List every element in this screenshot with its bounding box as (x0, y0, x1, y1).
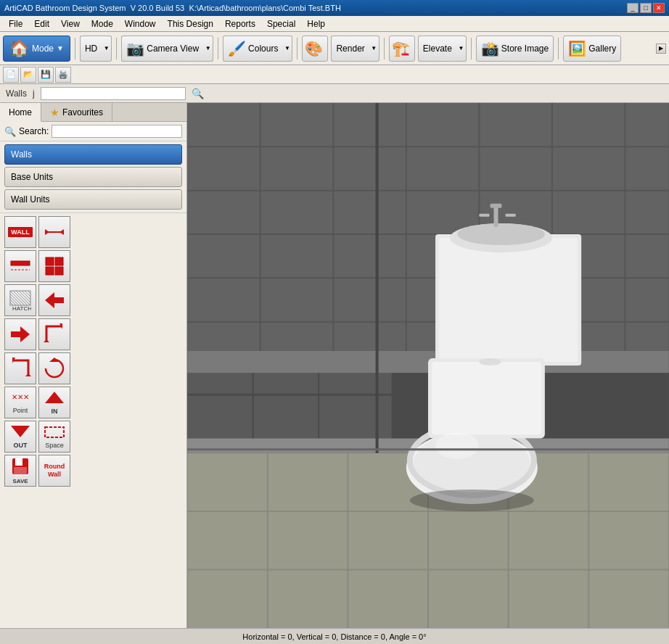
filter-search-icon: 🔍 (192, 88, 204, 99)
svg-rect-15 (11, 331, 20, 337)
menu-help[interactable]: Help (301, 16, 331, 31)
point-icon: ✕✕✕ (10, 391, 30, 405)
tb2-save[interactable]: 💾 (38, 67, 54, 83)
house-icon: 🏠 (9, 39, 29, 58)
search-input[interactable] (52, 125, 182, 138)
menu-special[interactable]: Special (261, 16, 301, 31)
svg-marker-18 (25, 373, 31, 376)
in-icon (44, 390, 65, 406)
wall-single-icon (9, 255, 31, 277)
grid-icon (44, 256, 65, 276)
hd-button[interactable]: HD (80, 36, 102, 62)
elevate-arrow[interactable]: ▼ (456, 36, 467, 62)
search-label: Search: (19, 126, 49, 136)
toolbar-scroll-arrow[interactable]: ▶ (656, 44, 666, 54)
tool-wall-hatch[interactable]: HATCH (4, 284, 36, 316)
menu-mode[interactable]: Mode (86, 16, 119, 31)
tool-out[interactable]: OUT (4, 421, 36, 453)
menu-file[interactable]: File (3, 16, 28, 31)
status-bar: Horizontal = 0, Vertical = 0, Distance =… (0, 628, 669, 644)
filter-input[interactable] (41, 87, 186, 100)
sep-1 (75, 38, 75, 59)
tab-home[interactable]: Home (0, 103, 41, 122)
corner-tl-icon (44, 323, 65, 345)
tool-rotate[interactable] (38, 352, 70, 384)
tool-wall-single[interactable] (4, 250, 36, 282)
arrow-left-icon (44, 289, 65, 311)
svg-rect-13 (54, 297, 64, 303)
tool-round-wall[interactable]: RoundWall (38, 455, 70, 487)
camera-label: Camera View (147, 44, 199, 54)
tb2-print[interactable]: 🖨️ (55, 67, 71, 83)
category-buttons: Walls Base Units Wall Units (0, 141, 186, 213)
tool-space[interactable]: Space (38, 421, 70, 453)
gallery-button[interactable]: 🖼️ Gallery (563, 36, 621, 62)
elevate-label: Elevate (423, 44, 452, 54)
status-text: Horizontal = 0, Vertical = 0, Distance =… (6, 632, 663, 641)
colours-button[interactable]: 🖌️ Colours (223, 36, 282, 62)
svg-text:✕✕✕: ✕✕✕ (12, 393, 29, 401)
store-image-label: Store Image (501, 44, 549, 54)
tool-wall-width[interactable] (38, 216, 70, 248)
menu-bar: File Edit View Mode Window This Design R… (0, 16, 669, 32)
svg-rect-75 (506, 214, 516, 217)
left-panel: Home ★ Favourites 🔍 Search: Walls Base U… (0, 103, 187, 628)
camera-arrow[interactable]: ▼ (203, 36, 213, 62)
space-label: Space (45, 442, 64, 449)
tool-arrow-right[interactable] (4, 318, 36, 350)
elevate-dropdown: Elevate ▼ (418, 36, 467, 62)
tb2-new[interactable]: 📄 (3, 67, 19, 83)
tab-favourites[interactable]: ★ Favourites (41, 103, 112, 121)
svg-rect-26 (15, 458, 22, 466)
store-image-button[interactable]: 📸 Store Image (476, 36, 554, 62)
svg-text:HATCH: HATCH (12, 305, 31, 310)
arrow-right-icon (9, 323, 31, 345)
menu-edit[interactable]: Edit (28, 16, 55, 31)
sep-3 (218, 38, 218, 59)
hd-arrow[interactable]: ▼ (102, 36, 112, 62)
filter-label-walls: Walls (6, 88, 27, 99)
menu-window[interactable]: Window (119, 16, 162, 31)
elevate-icon-area: 🏗️ (389, 36, 415, 62)
tool-point[interactable]: ✕✕✕ Point (4, 387, 36, 418)
category-base-units[interactable]: Base Units (4, 167, 182, 187)
menu-reports[interactable]: Reports (219, 16, 261, 31)
hd-dropdown: HD ▼ (80, 36, 112, 62)
menu-view[interactable]: View (55, 16, 86, 31)
tb2-open[interactable]: 📂 (20, 67, 36, 83)
filter-label-j: j (33, 88, 35, 99)
mode-button[interactable]: 🏠 Mode ▼ (3, 36, 70, 62)
svg-marker-2 (59, 229, 64, 235)
render-arrow[interactable]: ▼ (369, 36, 379, 62)
category-wall-units[interactable]: Wall Units (4, 189, 182, 210)
tool-wall-grid[interactable] (38, 250, 70, 282)
svg-rect-73 (490, 204, 501, 208)
sep-2 (116, 38, 117, 59)
svg-text:SAVE: SAVE (14, 474, 29, 476)
arrow-h-icon (44, 226, 65, 238)
tool-corner-tl[interactable] (38, 318, 70, 350)
search-icon: 🔍 (4, 126, 16, 137)
mode-dropdown: 🏠 Mode ▼ (3, 36, 70, 62)
minimize-button[interactable]: _ (627, 3, 639, 13)
maximize-button[interactable]: □ (640, 3, 652, 13)
in-label: IN (52, 408, 58, 415)
svg-marker-1 (45, 229, 49, 235)
camera-button[interactable]: 📷 Camera View (121, 36, 203, 62)
category-walls[interactable]: Walls (4, 144, 182, 165)
colours-arrow[interactable]: ▼ (282, 36, 292, 62)
tool-corner-tr[interactable] (4, 352, 36, 384)
tool-wall-draw[interactable]: WALL (4, 216, 36, 248)
tool-in[interactable]: IN (38, 387, 70, 418)
hd-label: HD (85, 44, 97, 54)
close-button[interactable]: ✕ (653, 3, 665, 13)
camera2-icon: 📸 (481, 40, 499, 57)
tool-save[interactable]: SAVE SAVE (4, 455, 36, 487)
menu-this-design[interactable]: This Design (162, 16, 219, 31)
point-label: Point (13, 407, 28, 414)
hatch-icon: HATCH (9, 290, 31, 310)
render-button[interactable]: Render (331, 36, 369, 62)
elevate-button[interactable]: Elevate (418, 36, 456, 62)
svg-marker-22 (45, 392, 64, 403)
tool-arrow-left[interactable] (38, 284, 70, 316)
